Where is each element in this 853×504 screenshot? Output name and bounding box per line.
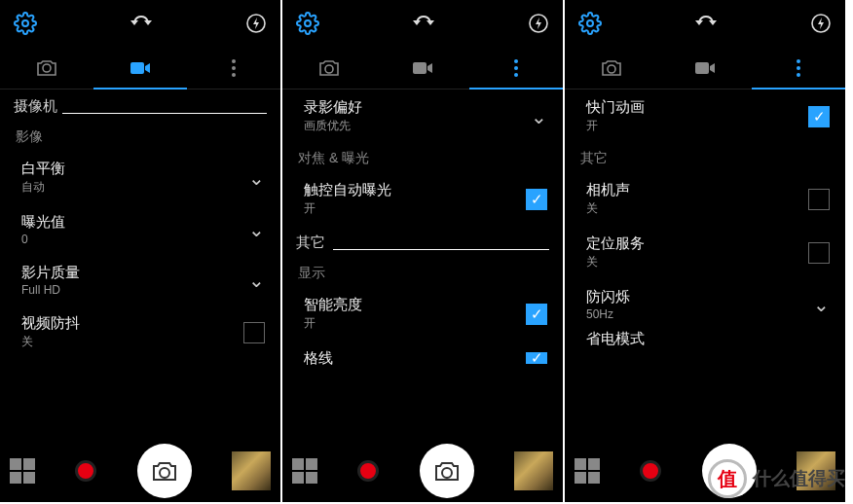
item-power-save-cutoff[interactable]: 省电模式 bbox=[565, 330, 845, 348]
watermark-text: 什么值得买 bbox=[753, 466, 845, 491]
settings-list[interactable]: 摄像机 影像 白平衡自动⌄ 曝光值0⌄ 影片质量Full HD⌄ 视频防抖关 bbox=[0, 90, 280, 440]
chevron-down-icon: ⌄ bbox=[813, 293, 830, 316]
tab-video[interactable] bbox=[658, 47, 752, 89]
tab-more[interactable] bbox=[469, 47, 563, 89]
switch-camera-icon[interactable] bbox=[37, 13, 245, 34]
svg-point-0 bbox=[22, 20, 28, 26]
item-white-balance[interactable]: 白平衡自动⌄ bbox=[0, 151, 280, 204]
item-video-quality[interactable]: 影片质量Full HD⌄ bbox=[0, 255, 280, 306]
svg-point-5 bbox=[232, 73, 236, 77]
checkbox-on[interactable]: ✓ bbox=[526, 189, 547, 210]
tab-more[interactable] bbox=[187, 47, 280, 89]
svg-point-6 bbox=[160, 468, 169, 478]
top-bar bbox=[0, 0, 280, 47]
settings-icon[interactable] bbox=[14, 12, 37, 35]
panel-2: 录影偏好画质优先⌄ 对焦 & 曝光 触控自动曝光开✓ 其它 显示 智能亮度开✓ … bbox=[282, 0, 565, 502]
svg-point-9 bbox=[325, 65, 333, 73]
item-antiflicker[interactable]: 防闪烁50Hz⌄ bbox=[565, 279, 845, 330]
panel-1: 摄像机 影像 白平衡自动⌄ 曝光值0⌄ 影片质量Full HD⌄ 视频防抖关 bbox=[0, 0, 282, 502]
item-record-pref[interactable]: 录影偏好画质优先⌄ bbox=[282, 90, 563, 143]
subhead-image: 影像 bbox=[0, 122, 280, 151]
checkbox-off[interactable] bbox=[808, 189, 830, 210]
settings-icon[interactable] bbox=[296, 12, 319, 35]
svg-rect-10 bbox=[413, 62, 426, 74]
section-other: 其它 bbox=[282, 226, 563, 258]
svg-rect-18 bbox=[695, 62, 709, 74]
tab-bar bbox=[0, 47, 280, 90]
flash-icon[interactable] bbox=[810, 13, 832, 34]
tab-video[interactable] bbox=[376, 47, 469, 89]
tab-bar bbox=[565, 47, 845, 90]
item-location[interactable]: 定位服务关 bbox=[565, 226, 845, 279]
svg-point-7 bbox=[305, 20, 311, 26]
svg-point-21 bbox=[797, 73, 800, 77]
tab-indicator bbox=[752, 88, 845, 90]
switch-camera-icon[interactable] bbox=[319, 13, 528, 34]
mode-grid-icon[interactable] bbox=[292, 458, 317, 484]
item-stabilization[interactable]: 视频防抖关 bbox=[0, 306, 280, 359]
subhead-focus-exposure: 对焦 & 曝光 bbox=[282, 143, 563, 172]
settings-list[interactable]: 录影偏好画质优先⌄ 对焦 & 曝光 触控自动曝光开✓ 其它 显示 智能亮度开✓ … bbox=[282, 90, 563, 440]
tab-photo[interactable] bbox=[0, 47, 93, 89]
mode-grid-icon[interactable] bbox=[10, 458, 35, 484]
subhead-display: 显示 bbox=[282, 258, 563, 287]
svg-point-4 bbox=[232, 66, 236, 70]
item-camera-sound[interactable]: 相机声关 bbox=[565, 172, 845, 226]
checkbox-on[interactable]: ✓ bbox=[526, 352, 547, 364]
item-touch-exposure[interactable]: 触控自动曝光开✓ bbox=[282, 172, 563, 226]
svg-point-15 bbox=[587, 20, 593, 26]
mode-grid-icon[interactable] bbox=[575, 458, 600, 484]
chevron-down-icon: ⌄ bbox=[248, 166, 265, 190]
svg-rect-2 bbox=[130, 62, 144, 74]
gallery-thumbnail[interactable] bbox=[232, 451, 271, 490]
svg-point-19 bbox=[797, 59, 800, 63]
bottom-bar bbox=[0, 440, 280, 502]
watermark-badge-icon: 值 bbox=[708, 459, 747, 498]
bottom-bar bbox=[282, 440, 563, 502]
tab-photo[interactable] bbox=[565, 47, 658, 89]
tab-bar bbox=[282, 47, 563, 90]
svg-point-17 bbox=[608, 65, 615, 73]
tab-more[interactable] bbox=[752, 47, 845, 89]
switch-camera-icon[interactable] bbox=[602, 13, 810, 34]
checkbox-off[interactable] bbox=[243, 322, 265, 343]
chevron-down-icon: ⌄ bbox=[248, 269, 265, 292]
settings-icon[interactable] bbox=[578, 12, 602, 35]
svg-point-12 bbox=[514, 66, 518, 70]
item-gridlines[interactable]: 格线✓ bbox=[282, 341, 563, 369]
record-button[interactable] bbox=[357, 460, 379, 482]
top-bar bbox=[282, 0, 563, 47]
settings-list[interactable]: 快门动画开✓ 其它 相机声关 定位服务关 防闪烁50Hz⌄ 省电模式 bbox=[565, 90, 845, 440]
item-exposure[interactable]: 曝光值0⌄ bbox=[0, 204, 280, 255]
flash-icon[interactable] bbox=[245, 13, 267, 34]
svg-point-20 bbox=[797, 66, 800, 70]
svg-point-14 bbox=[442, 468, 452, 478]
record-button[interactable] bbox=[640, 460, 661, 482]
chevron-down-icon: ⌄ bbox=[531, 105, 547, 128]
checkbox-on[interactable]: ✓ bbox=[526, 304, 547, 325]
tab-indicator bbox=[469, 88, 563, 90]
record-button[interactable] bbox=[75, 460, 96, 482]
shutter-button[interactable] bbox=[420, 444, 474, 498]
checkbox-on[interactable]: ✓ bbox=[808, 106, 830, 127]
chevron-down-icon: ⌄ bbox=[248, 218, 265, 241]
shutter-button[interactable] bbox=[137, 444, 192, 498]
subhead-other: 其它 bbox=[565, 143, 845, 172]
tab-video[interactable] bbox=[93, 47, 187, 89]
watermark: 值 什么值得买 bbox=[708, 459, 845, 498]
checkbox-off[interactable] bbox=[808, 242, 830, 264]
svg-point-13 bbox=[514, 73, 518, 77]
top-bar bbox=[565, 0, 845, 47]
svg-point-3 bbox=[232, 59, 236, 63]
tab-photo[interactable] bbox=[282, 47, 376, 89]
item-smart-brightness[interactable]: 智能亮度开✓ bbox=[282, 287, 563, 341]
svg-point-11 bbox=[514, 59, 518, 63]
flash-icon[interactable] bbox=[528, 13, 549, 34]
item-shutter-anim[interactable]: 快门动画开✓ bbox=[565, 90, 845, 143]
panel-3: 快门动画开✓ 其它 相机声关 定位服务关 防闪烁50Hz⌄ 省电模式 bbox=[565, 0, 847, 502]
gallery-thumbnail[interactable] bbox=[514, 451, 553, 490]
section-camera: 摄像机 bbox=[0, 90, 280, 122]
